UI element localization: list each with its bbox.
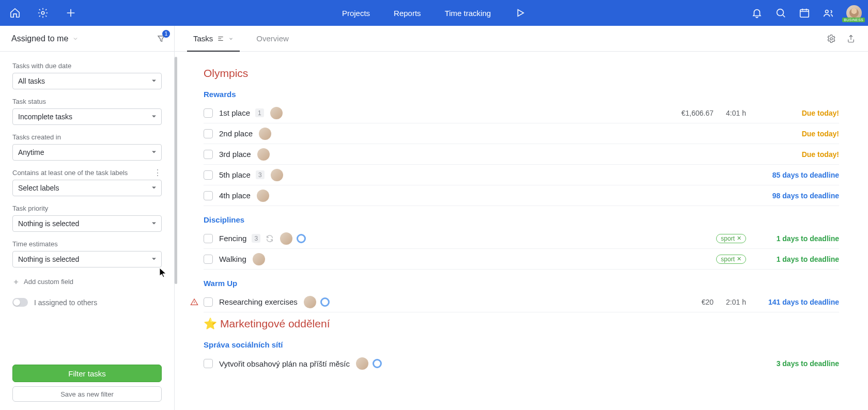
nav-time-tracking[interactable]: Time tracking (445, 9, 491, 18)
task-name: Walking (219, 255, 246, 263)
main-area: Tasks Overview OlympicsRewards1st place1… (175, 26, 868, 410)
project-title[interactable]: ⭐Marketingové oddělení (204, 318, 839, 330)
filter-select-due[interactable]: All tasks (12, 73, 162, 89)
task-checkbox[interactable] (204, 234, 213, 243)
task-label[interactable]: sport✕ (716, 234, 746, 243)
task-row[interactable]: Researching exercises€202:01 h141 days t… (204, 292, 839, 312)
task-checkbox[interactable] (204, 129, 213, 138)
task-due: Due today! (758, 150, 839, 159)
assignee-avatar[interactable] (304, 296, 316, 308)
task-time: 4:01 h (726, 109, 746, 117)
filter-select-labels[interactable]: Select labels (12, 180, 162, 196)
task-row[interactable]: 1st place1€1,606.674:01 hDue today! (204, 103, 839, 123)
filter-select-status[interactable]: Incomplete tasks (12, 108, 162, 125)
assigned-to-others-label: I assigned to others (34, 298, 97, 307)
list-title[interactable]: Warm Up (204, 279, 839, 288)
people-icon[interactable] (823, 7, 834, 19)
home-icon[interactable] (9, 7, 21, 19)
user-avatar[interactable]: BUSINESS (846, 5, 862, 21)
task-due: Due today! (758, 130, 839, 138)
play-icon[interactable] (515, 7, 526, 19)
repeat-icon (266, 234, 274, 243)
settings-icon[interactable] (827, 34, 836, 43)
task-due: 141 days to deadline (758, 298, 839, 306)
search-icon[interactable] (775, 7, 786, 19)
gear-icon[interactable] (37, 7, 49, 19)
task-cost: €1,606.67 (681, 109, 714, 117)
assignee-avatar[interactable] (356, 357, 368, 370)
task-checkbox[interactable] (204, 255, 213, 264)
subtask-count-badge: 1 (255, 108, 264, 117)
task-name: 4th place (219, 191, 251, 200)
assignee-avatar[interactable] (271, 169, 283, 181)
task-due: 85 days to deadline (758, 171, 839, 179)
task-checkbox[interactable] (204, 170, 213, 180)
subtask-count-badge: 3 (256, 170, 265, 179)
bell-icon[interactable] (751, 7, 763, 19)
svg-point-3 (826, 10, 829, 13)
assignee-avatar[interactable] (270, 107, 283, 119)
task-row[interactable]: 2nd placeDue today! (204, 123, 839, 144)
filter-tasks-button[interactable]: Filter tasks (12, 365, 162, 382)
svg-point-1 (777, 9, 784, 16)
filter-select-created[interactable]: Anytime (12, 144, 162, 161)
add-custom-field[interactable]: Add custom field (12, 278, 162, 286)
labels-more-icon[interactable]: ⋮ (153, 171, 162, 175)
assignee-avatar[interactable] (259, 128, 271, 140)
remove-label-icon[interactable]: ✕ (737, 235, 741, 242)
project-title-text: Olympics (204, 67, 248, 79)
filter-select-priority[interactable]: Nothing is selected (12, 215, 162, 232)
task-row[interactable]: Vytvořit obsahový plán na příští měsíc3 … (204, 353, 839, 374)
filter-label-status: Task status (12, 98, 162, 105)
assigned-to-others-toggle[interactable] (12, 298, 28, 307)
status-ring-icon (320, 297, 330, 307)
task-cost: €20 (702, 298, 714, 306)
list-title[interactable]: Rewards (204, 90, 839, 99)
filter-count-badge: 1 (162, 30, 170, 38)
task-checkbox[interactable] (204, 108, 213, 118)
filter-icon[interactable]: 1 (157, 34, 166, 43)
assignee-avatar[interactable] (253, 253, 265, 265)
filter-select-estimates[interactable]: Nothing is selected (12, 251, 162, 267)
svg-point-0 (41, 11, 44, 14)
project-emoji: ⭐ (204, 318, 217, 330)
task-name: 2nd place (219, 129, 253, 138)
nav-reports[interactable]: Reports (394, 9, 421, 18)
remove-label-icon[interactable]: ✕ (737, 256, 741, 262)
chevron-down-icon (228, 36, 234, 41)
chevron-down-icon[interactable] (72, 36, 79, 42)
tab-tasks[interactable]: Tasks (187, 26, 240, 51)
filter-label-due: Tasks with due date (12, 62, 162, 70)
view-tabs: Tasks Overview (175, 26, 868, 52)
project-title[interactable]: Olympics (204, 67, 839, 80)
plus-icon[interactable] (65, 7, 76, 19)
task-name: Researching exercises (219, 297, 298, 306)
task-row[interactable]: 5th place385 days to deadline (204, 165, 839, 185)
filter-label-created: Tasks created in (12, 133, 162, 141)
list-title[interactable]: Disciplines (204, 215, 839, 224)
task-label[interactable]: sport✕ (716, 255, 746, 264)
svg-point-4 (830, 37, 833, 40)
task-checkbox[interactable] (204, 150, 213, 159)
nav-projects[interactable]: Projects (342, 9, 370, 18)
assignee-avatar[interactable] (257, 148, 270, 161)
task-row[interactable]: Walkingsport✕1 days to deadline (204, 249, 839, 270)
task-due: 3 days to deadline (758, 359, 839, 368)
task-row[interactable]: 3rd placeDue today! (204, 144, 839, 165)
task-row[interactable]: Fencing3sport✕1 days to deadline (204, 228, 839, 249)
task-due: Due today! (758, 109, 839, 117)
assignee-avatar[interactable] (257, 190, 269, 202)
task-row[interactable]: 4th place98 days to deadline (204, 185, 839, 206)
tab-overview[interactable]: Overview (250, 26, 295, 51)
share-icon[interactable] (846, 34, 856, 43)
list-title[interactable]: Správa sociálních sítí (204, 340, 839, 349)
task-checkbox[interactable] (204, 359, 213, 368)
sidebar-title[interactable]: Assigned to me (11, 34, 68, 43)
assignee-avatar[interactable] (280, 232, 292, 245)
task-due: 98 days to deadline (758, 192, 839, 200)
task-checkbox[interactable] (204, 191, 213, 200)
task-name: Fencing (219, 234, 246, 243)
save-as-new-filter-button[interactable]: Save as new filter (12, 386, 162, 402)
task-checkbox[interactable] (204, 297, 213, 307)
calendar-icon[interactable] (799, 7, 810, 19)
